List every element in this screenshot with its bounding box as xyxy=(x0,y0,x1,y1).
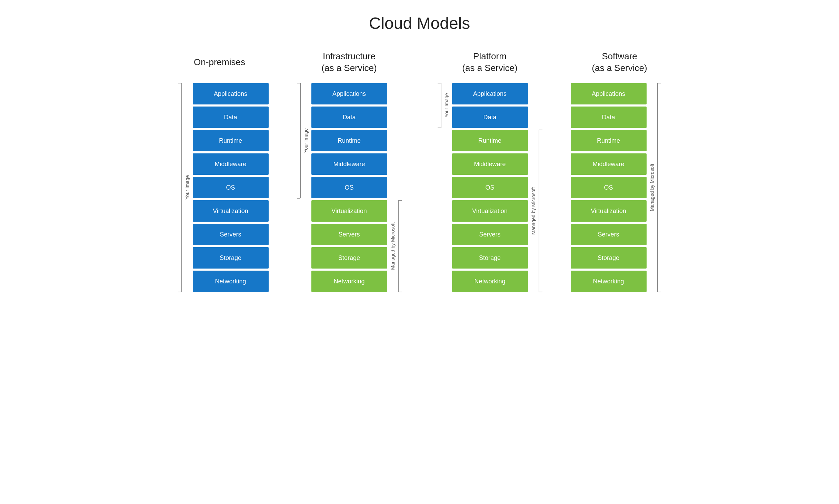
model-title-iaas: Infrastructure(as a Service) xyxy=(321,50,377,75)
tile-iaas-4: OS xyxy=(311,177,387,198)
tile-iaas-0: Applications xyxy=(311,83,387,104)
tile-iaas-7: Storage xyxy=(311,247,387,269)
tile-iaas-6: Servers xyxy=(311,224,387,245)
tile-paas-0: Applications xyxy=(452,83,528,104)
models-container: On-premisesYour ImageApplicationsDataRun… xyxy=(171,50,669,292)
tile-on-premises-5: Virtualization xyxy=(193,200,269,222)
model-title-on-premises: On-premises xyxy=(194,50,245,75)
tile-saas-1: Data xyxy=(571,107,647,128)
model-title-paas: Platform(as a Service) xyxy=(462,50,517,75)
model-column-on-premises: On-premisesYour ImageApplicationsDataRun… xyxy=(171,50,269,292)
tile-paas-1: Data xyxy=(452,107,528,128)
tile-paas-4: OS xyxy=(452,177,528,198)
tile-on-premises-2: Runtime xyxy=(193,130,269,151)
tile-on-premises-3: Middleware xyxy=(193,153,269,175)
tile-saas-0: Applications xyxy=(571,83,647,104)
tiles-iaas: ApplicationsDataRuntimeMiddlewareOSVirtu… xyxy=(311,83,387,292)
tile-paas-2: Runtime xyxy=(452,130,528,151)
tiles-saas: ApplicationsDataRuntimeMiddlewareOSVirtu… xyxy=(571,83,647,292)
tile-paas-3: Middleware xyxy=(452,153,528,175)
tile-saas-4: OS xyxy=(571,177,647,198)
tile-saas-7: Storage xyxy=(571,247,647,269)
tile-paas-6: Servers xyxy=(452,224,528,245)
model-column-iaas: Infrastructure(as a Service)Your ImageAp… xyxy=(289,50,409,292)
tile-iaas-1: Data xyxy=(311,107,387,128)
tile-saas-5: Virtualization xyxy=(571,200,647,222)
page-title: Cloud Models xyxy=(369,14,470,33)
tile-saas-6: Servers xyxy=(571,224,647,245)
tile-iaas-3: Middleware xyxy=(311,153,387,175)
tile-paas-5: Virtualization xyxy=(452,200,528,222)
tile-saas-2: Runtime xyxy=(571,130,647,151)
tile-paas-7: Storage xyxy=(452,247,528,269)
tile-iaas-8: Networking xyxy=(311,271,387,292)
tile-on-premises-0: Applications xyxy=(193,83,269,104)
tile-saas-8: Networking xyxy=(571,271,647,292)
tiles-on-premises: ApplicationsDataRuntimeMiddlewareOSVirtu… xyxy=(193,83,269,292)
model-title-saas: Software(as a Service) xyxy=(592,50,647,75)
tile-iaas-5: Virtualization xyxy=(311,200,387,222)
tile-on-premises-7: Storage xyxy=(193,247,269,269)
model-column-paas: Platform(as a Service)Your ImageApplicat… xyxy=(430,50,550,292)
tile-on-premises-1: Data xyxy=(193,107,269,128)
tile-iaas-2: Runtime xyxy=(311,130,387,151)
tile-on-premises-6: Servers xyxy=(193,224,269,245)
tile-saas-3: Middleware xyxy=(571,153,647,175)
tile-on-premises-8: Networking xyxy=(193,271,269,292)
tile-paas-8: Networking xyxy=(452,271,528,292)
model-column-saas: Software(as a Service)ApplicationsDataRu… xyxy=(571,50,669,292)
tile-on-premises-4: OS xyxy=(193,177,269,198)
tiles-paas: ApplicationsDataRuntimeMiddlewareOSVirtu… xyxy=(452,83,528,292)
